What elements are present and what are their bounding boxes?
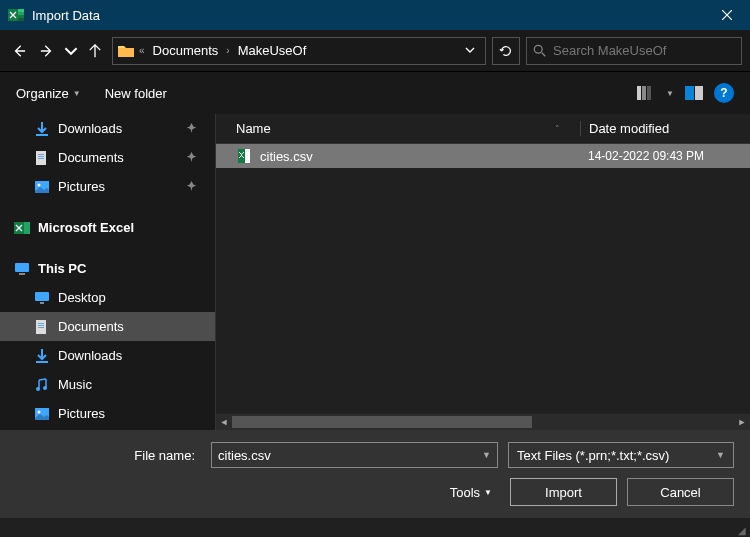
svg-point-18 <box>38 183 41 186</box>
svg-rect-3 <box>18 15 24 18</box>
breadcrumb-chevron[interactable]: « <box>139 45 145 56</box>
filter-label: Text Files (*.prn;*.txt;*.csv) <box>517 448 669 463</box>
sidebar-item-label: Documents <box>58 319 124 334</box>
svg-rect-10 <box>685 86 694 100</box>
svg-point-33 <box>38 410 41 413</box>
sidebar-item-videos[interactable]: Videos <box>0 428 215 430</box>
svg-rect-12 <box>36 134 48 136</box>
sidebar-item-pictures[interactable]: Pictures <box>0 399 215 428</box>
sidebar-item-downloads[interactable]: Downloads <box>0 341 215 370</box>
quick-access-section: Downloads Documents Pictures <box>0 114 215 201</box>
tools-label: Tools <box>450 485 480 500</box>
scrollbar-track[interactable] <box>232 414 734 430</box>
nav-up-button[interactable] <box>84 39 106 63</box>
file-type-filter[interactable]: Text Files (*.prn;*.txt;*.csv) ▼ <box>508 442 734 468</box>
window-title: Import Data <box>32 8 704 23</box>
window-close-button[interactable] <box>704 0 750 30</box>
svg-rect-15 <box>38 156 44 157</box>
sidebar-item-label: Downloads <box>58 121 122 136</box>
sidebar-item-documents[interactable]: Documents <box>0 312 215 341</box>
filename-input[interactable] <box>218 448 478 463</box>
sidebar-item-quick-downloads[interactable]: Downloads <box>0 114 215 143</box>
navigation-bar: « Documents › MakeUseOf <box>0 30 750 72</box>
chevron-down-icon[interactable]: ▼ <box>482 450 491 460</box>
svg-rect-22 <box>19 273 25 275</box>
svg-rect-4 <box>18 18 24 21</box>
svg-rect-5 <box>118 48 134 57</box>
svg-rect-8 <box>642 86 646 100</box>
file-date: 14-02-2022 09:43 PM <box>580 149 750 163</box>
horizontal-scrollbar[interactable]: ◄ ► <box>216 414 750 430</box>
cancel-button[interactable]: Cancel <box>627 478 734 506</box>
scrollbar-thumb[interactable] <box>232 416 532 428</box>
breadcrumb-item-documents[interactable]: Documents <box>149 43 223 58</box>
column-header-name[interactable]: Name ˄ <box>216 121 580 136</box>
this-pc-group: This PC Desktop Documents Downloads Musi… <box>0 254 215 430</box>
view-list-icon <box>637 86 655 100</box>
nav-back-button[interactable] <box>8 39 30 63</box>
breadcrumb-chevron[interactable]: › <box>226 45 229 56</box>
search-input[interactable] <box>553 43 735 58</box>
new-folder-button[interactable]: New folder <box>105 86 167 101</box>
file-name: cities.csv <box>260 149 580 164</box>
sidebar-item-label: Documents <box>58 150 124 165</box>
new-folder-label: New folder <box>105 86 167 101</box>
sidebar-item-this-pc[interactable]: This PC <box>0 254 215 283</box>
svg-rect-29 <box>36 361 48 363</box>
document-icon <box>34 150 50 166</box>
sidebar-item-label: Desktop <box>58 290 106 305</box>
filename-combobox[interactable]: ▼ <box>211 442 498 468</box>
file-list[interactable]: cities.csv 14-02-2022 09:43 PM <box>216 144 750 414</box>
scroll-left-button[interactable]: ◄ <box>216 414 232 430</box>
sidebar-item-excel[interactable]: Microsoft Excel <box>0 213 215 242</box>
excel-icon <box>14 220 30 236</box>
sidebar-item-quick-pictures[interactable]: Pictures <box>0 172 215 201</box>
svg-rect-21 <box>15 263 29 272</box>
svg-rect-11 <box>695 86 703 100</box>
navigation-pane: Downloads Documents Pictures Microsoft E… <box>0 114 215 430</box>
chevron-down-icon <box>465 45 475 55</box>
sidebar-item-quick-documents[interactable]: Documents <box>0 143 215 172</box>
resize-grip[interactable]: ◢ <box>738 525 748 535</box>
breadcrumb-item-makeuseof[interactable]: MakeUseOf <box>234 43 311 58</box>
svg-point-31 <box>43 386 47 390</box>
excel-app-icon <box>8 7 24 23</box>
svg-rect-24 <box>40 302 44 304</box>
column-headers: Name ˄ Date modified <box>216 114 750 144</box>
refresh-button[interactable] <box>492 37 520 65</box>
scroll-right-button[interactable]: ► <box>734 414 750 430</box>
excel-group: Microsoft Excel <box>0 213 215 242</box>
picture-icon <box>34 179 50 195</box>
svg-rect-7 <box>637 86 641 100</box>
preview-pane-button[interactable] <box>684 83 704 103</box>
sidebar-item-music[interactable]: Music <box>0 370 215 399</box>
breadcrumb-bar[interactable]: « Documents › MakeUseOf <box>112 37 486 65</box>
breadcrumb-dropdown[interactable] <box>465 43 475 58</box>
svg-point-30 <box>36 387 40 391</box>
document-icon <box>34 319 50 335</box>
svg-rect-26 <box>38 323 44 324</box>
desktop-icon <box>34 290 50 306</box>
tools-menu[interactable]: Tools ▼ <box>450 485 492 500</box>
svg-rect-14 <box>38 154 44 155</box>
close-icon <box>722 10 732 20</box>
import-button[interactable]: Import <box>510 478 617 506</box>
organize-menu[interactable]: Organize ▼ <box>16 86 81 101</box>
sidebar-item-label: Music <box>58 377 92 392</box>
pin-icon <box>186 121 197 136</box>
organize-label: Organize <box>16 86 69 101</box>
svg-rect-16 <box>38 158 44 159</box>
help-button[interactable]: ? <box>714 83 734 103</box>
view-mode-dropdown[interactable]: ▼ <box>666 89 674 98</box>
column-header-date[interactable]: Date modified <box>580 121 750 136</box>
file-row[interactable]: cities.csv 14-02-2022 09:43 PM <box>216 144 750 168</box>
arrow-right-icon <box>40 44 54 58</box>
view-mode-button[interactable] <box>636 83 656 103</box>
sidebar-item-desktop[interactable]: Desktop <box>0 283 215 312</box>
search-box[interactable] <box>526 37 742 65</box>
refresh-icon <box>499 44 513 58</box>
nav-forward-button[interactable] <box>36 39 58 63</box>
command-bar: Organize ▼ New folder ▼ ? <box>0 72 750 114</box>
nav-history-dropdown[interactable] <box>64 39 78 63</box>
main-area: Downloads Documents Pictures Microsoft E… <box>0 114 750 430</box>
